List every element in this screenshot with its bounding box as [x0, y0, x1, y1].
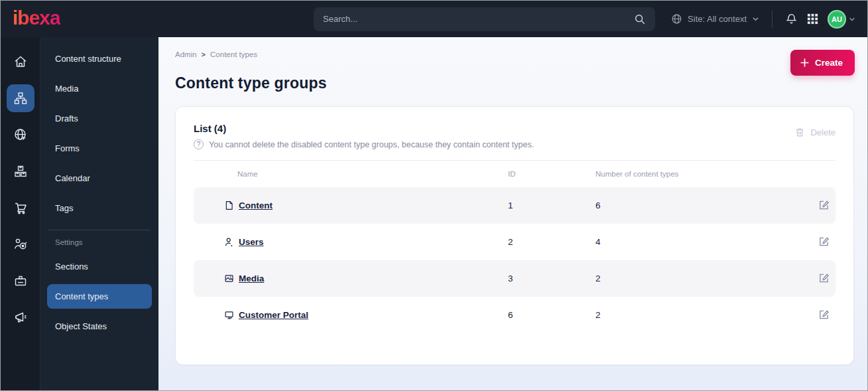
group-id: 2 [508, 237, 595, 247]
group-id: 1 [508, 200, 595, 210]
breadcrumb-content-types: Content types [210, 50, 257, 58]
info-text: You cannot delete the disabled content t… [209, 140, 534, 149]
global-search[interactable] [314, 7, 655, 31]
create-button-label: Create [815, 58, 843, 68]
home-icon[interactable] [7, 48, 34, 76]
globe-icon [671, 13, 682, 25]
user-menu[interactable]: AU [828, 10, 855, 29]
list-title: List (4) [194, 123, 534, 134]
menu-divider [48, 230, 151, 230]
plus-icon [800, 58, 810, 68]
group-count: 2 [595, 310, 812, 320]
sidebar-item-media[interactable]: Media [47, 76, 152, 101]
edit-button[interactable] [812, 309, 836, 322]
search-input[interactable] [323, 14, 634, 24]
products-icon[interactable] [7, 157, 34, 185]
table-header: Name ID Number of content types [194, 161, 836, 187]
group-id: 3 [508, 274, 595, 283]
ibexa-logo[interactable]: ibexa [13, 8, 60, 31]
page-title: Content type groups [175, 74, 854, 92]
breadcrumb-separator: > [202, 50, 206, 58]
topbar-right: Site: All context [671, 10, 855, 29]
group-link-content[interactable]: Content [239, 200, 273, 210]
topbar-divider [772, 11, 773, 28]
sidebar-item-sections[interactable]: Sections [47, 254, 152, 279]
table-row: Media 3 2 [194, 260, 836, 297]
icon-rail [1, 37, 40, 390]
breadcrumb: Admin > Content types [175, 50, 854, 58]
column-header-name: Name [224, 170, 508, 178]
content-structure-icon[interactable] [7, 84, 34, 112]
group-count: 2 [595, 274, 812, 283]
breadcrumb-admin[interactable]: Admin [175, 50, 197, 58]
sidebar-item-calendar[interactable]: Calendar [47, 166, 152, 191]
group-count: 6 [595, 200, 812, 210]
edit-button[interactable] [812, 272, 836, 285]
topbar: ibexa Site: All context [1, 1, 867, 37]
info-line: You cannot delete the disabled content t… [194, 139, 534, 149]
chevron-down-icon [849, 16, 855, 23]
trash-icon [794, 127, 805, 137]
group-id: 6 [508, 310, 595, 320]
site-context-selector[interactable]: Site: All context [671, 13, 759, 25]
sidebar-item-object-states[interactable]: Object States [47, 314, 152, 339]
group-count: 4 [595, 237, 812, 247]
help-circle-icon [194, 139, 204, 149]
delete-button[interactable]: Delete [794, 123, 836, 137]
sidebar-item-content-types[interactable]: Content types [47, 284, 152, 309]
site-globe-icon[interactable] [7, 121, 34, 149]
sidebar-item-content-structure[interactable]: Content structure [47, 46, 152, 71]
sidebar-item-tags[interactable]: Tags [47, 196, 152, 220]
group-link-media[interactable]: Media [239, 274, 264, 283]
table-row: Customer Portal 6 2 [194, 297, 836, 333]
column-header-count: Number of content types [595, 170, 812, 178]
group-link-customer-portal[interactable]: Customer Portal [239, 310, 308, 320]
delete-button-label: Delete [810, 127, 836, 137]
audience-target-icon[interactable] [7, 230, 34, 258]
edit-button[interactable] [812, 236, 836, 249]
content-type-groups-card: List (4) You cannot delete the disabled … [175, 106, 854, 365]
app-grid-icon[interactable] [806, 13, 819, 25]
sidebar-menu: Content structure Media Drafts Forms Cal… [40, 37, 158, 390]
search-icon[interactable] [634, 13, 646, 25]
monitor-icon [224, 310, 234, 320]
table-row: Content 1 6 [194, 187, 836, 224]
image-icon [224, 274, 234, 283]
notifications-bell-icon[interactable] [785, 13, 798, 25]
sidebar-item-drafts[interactable]: Drafts [47, 106, 152, 131]
create-button[interactable]: Create [790, 50, 855, 76]
app-window: ibexa Site: All context [0, 0, 868, 391]
table-row: Users 2 4 [194, 224, 836, 260]
sidebar-item-forms[interactable]: Forms [47, 136, 152, 161]
avatar[interactable]: AU [828, 10, 846, 29]
user-icon [224, 237, 234, 247]
megaphone-icon[interactable] [7, 303, 34, 331]
cart-icon[interactable] [7, 194, 34, 222]
edit-button[interactable] [812, 199, 836, 212]
file-icon [224, 200, 234, 210]
column-header-id: ID [508, 170, 595, 178]
site-context-label: Site: All context [688, 14, 747, 24]
chevron-down-icon [752, 15, 759, 23]
settings-section-label: Settings [47, 238, 152, 246]
badge-icon[interactable] [7, 267, 34, 295]
main-content: Admin > Content types Create Content typ… [158, 37, 867, 390]
group-link-users[interactable]: Users [239, 237, 264, 247]
